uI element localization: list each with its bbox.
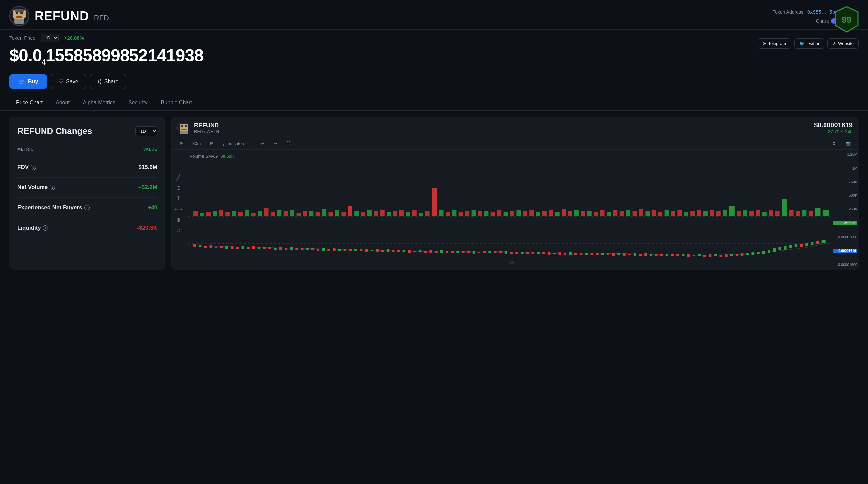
- svg-rect-181: [510, 252, 513, 254]
- svg-rect-107: [737, 211, 741, 216]
- svg-rect-41: [309, 211, 313, 216]
- svg-rect-165: [424, 251, 427, 253]
- svg-rect-88: [613, 210, 617, 216]
- svg-rect-194: [580, 253, 583, 255]
- svg-rect-91: [632, 211, 637, 216]
- svg-rect-211: [671, 254, 674, 256]
- svg-rect-89: [620, 211, 624, 216]
- svg-rect-137: [274, 248, 277, 250]
- svg-rect-52: [380, 210, 384, 216]
- candle-type-button[interactable]: ⊞: [208, 140, 216, 147]
- svg-rect-120: [823, 210, 829, 216]
- redo-button[interactable]: ↪: [271, 140, 279, 147]
- svg-rect-32: [251, 213, 256, 216]
- svg-rect-146: [322, 248, 325, 251]
- svg-text:99: 99: [842, 15, 852, 25]
- svg-rect-58: [419, 213, 423, 216]
- svg-rect-232: [784, 246, 787, 250]
- svg-rect-37: [284, 211, 288, 216]
- svg-rect-163: [413, 251, 416, 252]
- svg-rect-216: [698, 254, 701, 256]
- chart-panel: REFUND RFD / WETH $0.00001619 + 27.70% 2…: [171, 117, 859, 269]
- emoji-tool-button[interactable]: ☺: [173, 225, 183, 235]
- svg-rect-142: [301, 248, 304, 250]
- chart-token-text: REFUND RFD / WETH: [194, 122, 219, 134]
- draw-tool-button[interactable]: ⊘: [173, 183, 183, 193]
- svg-rect-93: [645, 211, 650, 216]
- node-tool-button[interactable]: ⊛: [173, 215, 183, 225]
- share-button[interactable]: ⟨⟩ Share: [90, 74, 126, 89]
- svg-rect-155: [371, 250, 373, 251]
- buy-button[interactable]: 🛒 Buy: [9, 75, 47, 89]
- y-label-3: 750K: [834, 180, 857, 184]
- screenshot-button[interactable]: 📷: [843, 140, 853, 147]
- svg-rect-169: [445, 251, 448, 253]
- svg-rect-134: [258, 247, 260, 249]
- exp-net-buyers-row: Experienced Net Buyers i +40: [17, 197, 157, 218]
- svg-rect-51: [374, 211, 378, 216]
- tab-about[interactable]: About: [49, 96, 76, 110]
- svg-rect-83: [581, 211, 585, 216]
- svg-rect-162: [408, 250, 411, 253]
- measure-tool-button[interactable]: ⟺: [173, 204, 183, 214]
- price-subscript: 4: [41, 58, 45, 66]
- svg-rect-104: [716, 211, 720, 216]
- exp-net-buyers-info-icon[interactable]: i: [84, 205, 90, 210]
- telegram-button[interactable]: ➤ Telegram: [758, 38, 791, 49]
- save-label: Save: [66, 79, 78, 85]
- svg-rect-126: [215, 247, 217, 248]
- svg-rect-172: [462, 251, 465, 253]
- svg-rect-94: [652, 210, 656, 216]
- svg-rect-30: [239, 212, 243, 216]
- fdv-info-icon[interactable]: i: [31, 165, 36, 170]
- tab-price-chart[interactable]: Price Chart: [9, 96, 49, 110]
- svg-rect-114: [782, 199, 787, 216]
- timeframe-button[interactable]: 30m: [190, 140, 203, 147]
- telegram-icon: ➤: [763, 41, 766, 46]
- svg-rect-113: [775, 211, 780, 216]
- website-button[interactable]: ↗ Website: [828, 38, 859, 49]
- svg-rect-72: [510, 211, 514, 216]
- website-label: Website: [838, 41, 854, 46]
- indicators-button[interactable]: ƒ Indicators: [221, 140, 247, 147]
- chart-header: REFUND RFD / WETH $0.00001619 + 27.70% 2…: [171, 117, 859, 138]
- undo-button[interactable]: ↩: [258, 140, 266, 147]
- text-tool-button[interactable]: T: [173, 194, 183, 203]
- toolbar-divider: [253, 141, 253, 147]
- tab-alpha-metrics[interactable]: Alpha Metrics: [76, 96, 122, 110]
- chart-price-change: + 27.70% 24h: [814, 129, 853, 134]
- svg-rect-218: [709, 254, 711, 257]
- tab-security[interactable]: Security: [122, 96, 154, 110]
- svg-rect-27: [219, 210, 223, 216]
- svg-rect-28: [225, 212, 230, 216]
- svg-rect-33: [258, 211, 262, 216]
- chart-settings-button[interactable]: ⚙: [830, 140, 838, 147]
- svg-rect-193: [575, 253, 577, 255]
- svg-rect-34: [264, 208, 269, 216]
- tab-bubble-chart[interactable]: Bubble Chart: [154, 96, 198, 110]
- svg-rect-110: [756, 210, 760, 216]
- svg-rect-130: [237, 247, 239, 249]
- draw-line-button[interactable]: ╱: [173, 172, 183, 182]
- chart-price-value: $0.00001619: [814, 121, 853, 129]
- token-name: REFUND: [34, 9, 89, 23]
- svg-rect-66: [471, 210, 476, 216]
- liquidity-info-icon[interactable]: i: [43, 225, 48, 231]
- timeframe-select[interactable]: 1D 1H 7D: [40, 34, 59, 42]
- changes-panel: REFUND Changes 1D 7D 30D METRIC VALUE FD…: [9, 117, 165, 269]
- save-button[interactable]: ♡ Save: [51, 74, 86, 89]
- svg-rect-13: [181, 125, 183, 127]
- net-volume-info-icon[interactable]: i: [50, 185, 55, 190]
- fullscreen-icon: ⛶: [286, 141, 290, 146]
- period-select[interactable]: 1D 7D 30D: [135, 126, 157, 136]
- fullscreen-button[interactable]: ⛶: [284, 140, 292, 147]
- y-label-2: 1M: [834, 166, 857, 170]
- chart-token-info: REFUND RFD / WETH: [177, 122, 219, 134]
- svg-rect-97: [671, 211, 675, 216]
- crosshair-button[interactable]: ⊕: [177, 140, 185, 147]
- chart-avatar: [177, 122, 190, 134]
- svg-rect-43: [322, 209, 327, 216]
- svg-rect-15: [181, 129, 187, 130]
- twitter-button[interactable]: 🐦 Twitter: [794, 38, 824, 49]
- svg-rect-5: [13, 10, 15, 18]
